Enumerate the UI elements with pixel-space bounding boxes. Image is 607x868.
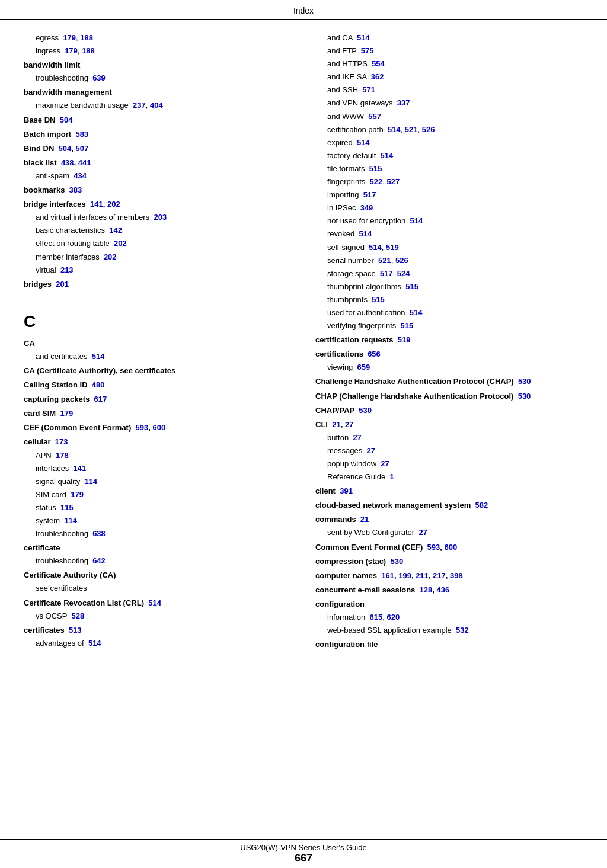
page-num[interactable]: 480	[92, 380, 105, 389]
page-num[interactable]: 434	[74, 171, 87, 180]
page-num[interactable]: 517	[380, 269, 393, 278]
page-num[interactable]: 141	[90, 200, 103, 209]
page-num[interactable]: 21	[360, 515, 369, 524]
page-num[interactable]: 514	[369, 243, 382, 252]
page-num[interactable]: 530	[390, 557, 403, 566]
page-num[interactable]: 659	[357, 363, 370, 371]
page-num[interactable]: 504	[60, 116, 73, 124]
page-num[interactable]: 530	[518, 392, 531, 401]
page-num[interactable]: 114	[64, 516, 77, 525]
page-num[interactable]: 524	[397, 269, 410, 278]
page-num[interactable]: 519	[398, 335, 411, 344]
page-num[interactable]: 514	[357, 33, 370, 42]
page-num[interactable]: 515	[405, 282, 418, 291]
page-num[interactable]: 201	[56, 280, 69, 289]
page-num[interactable]: 1	[390, 472, 394, 481]
page-num[interactable]: 27	[418, 528, 427, 537]
page-num[interactable]: 173	[55, 437, 68, 446]
page-num[interactable]: 237	[133, 101, 146, 110]
page-num[interactable]: 217	[433, 571, 446, 580]
page-num[interactable]: 554	[372, 59, 385, 68]
page-num[interactable]: 203	[154, 213, 167, 222]
page-num[interactable]: 383	[69, 185, 82, 194]
page-num[interactable]: 514	[388, 125, 401, 134]
page-num[interactable]: 575	[361, 46, 374, 55]
page-num[interactable]: 600	[444, 543, 457, 552]
page-num[interactable]: 188	[80, 33, 93, 42]
page-num[interactable]: 656	[368, 350, 381, 358]
page-num[interactable]: 128	[420, 585, 433, 594]
page-num[interactable]: 600	[152, 423, 165, 432]
page-num[interactable]: 179	[60, 409, 73, 418]
page-num[interactable]: 142	[109, 226, 122, 235]
page-num[interactable]: 615	[370, 613, 383, 622]
page-num[interactable]: 513	[69, 626, 82, 635]
page-num[interactable]: 514	[88, 639, 101, 648]
page-num[interactable]: 582	[475, 501, 488, 510]
page-num[interactable]: 213	[60, 265, 74, 274]
page-num[interactable]: 161	[381, 571, 394, 580]
page-num[interactable]: 404	[150, 101, 163, 110]
page-num[interactable]: 515	[401, 321, 414, 330]
page-num[interactable]: 115	[60, 503, 74, 512]
page-num[interactable]: 27	[353, 433, 361, 442]
page-num[interactable]: 441	[78, 158, 91, 167]
page-num[interactable]: 515	[372, 295, 385, 304]
page-num[interactable]: 398	[450, 571, 463, 580]
page-num[interactable]: 27	[366, 446, 375, 455]
page-num[interactable]: 514	[148, 598, 161, 607]
page-num[interactable]: 202	[107, 200, 120, 209]
page-num[interactable]: 202	[114, 239, 127, 248]
page-num[interactable]: 638	[92, 529, 106, 538]
page-num[interactable]: 436	[437, 585, 450, 594]
page-num[interactable]: 27	[345, 420, 353, 429]
page-num[interactable]: 515	[369, 164, 382, 173]
page-num[interactable]: 179	[65, 46, 78, 55]
page-num[interactable]: 438	[61, 158, 74, 167]
page-num[interactable]: 527	[386, 177, 400, 186]
page-num[interactable]: 504	[59, 144, 72, 153]
page-num[interactable]: 526	[395, 256, 408, 265]
page-num[interactable]: 521	[378, 256, 391, 265]
page-num[interactable]: 617	[94, 395, 107, 403]
page-num[interactable]: 514	[410, 216, 423, 225]
page-num[interactable]: 202	[104, 252, 117, 261]
page-num[interactable]: 526	[422, 125, 435, 134]
page-num[interactable]: 571	[362, 85, 375, 94]
page-num[interactable]: 141	[74, 464, 87, 473]
page-num[interactable]: 514	[359, 229, 372, 238]
page-num[interactable]: 179	[63, 33, 76, 42]
page-num[interactable]: 507	[75, 144, 88, 153]
page-num[interactable]: 178	[56, 451, 69, 460]
page-num[interactable]: 528	[71, 611, 84, 620]
page-num[interactable]: 391	[340, 486, 353, 495]
page-num[interactable]: 532	[456, 626, 469, 635]
page-num[interactable]: 583	[75, 130, 88, 139]
page-num[interactable]: 593	[136, 423, 149, 432]
page-num[interactable]: 519	[386, 243, 399, 252]
page-num[interactable]: 179	[71, 490, 84, 499]
page-num[interactable]: 337	[397, 98, 410, 107]
page-num[interactable]: 557	[368, 112, 381, 121]
page-num[interactable]: 114	[84, 477, 97, 486]
page-num[interactable]: 188	[82, 46, 95, 55]
page-num[interactable]: 514	[410, 308, 423, 317]
page-num[interactable]: 639	[92, 73, 106, 82]
page-num[interactable]: 530	[359, 406, 372, 415]
page-num[interactable]: 522	[370, 177, 383, 186]
page-num[interactable]: 530	[518, 377, 531, 386]
page-num[interactable]: 362	[371, 72, 384, 81]
page-num[interactable]: 211	[416, 571, 429, 580]
page-num[interactable]: 27	[381, 459, 389, 468]
page-num[interactable]: 517	[363, 190, 376, 199]
page-num[interactable]: 521	[405, 125, 418, 134]
page-num[interactable]: 593	[427, 543, 440, 552]
page-num[interactable]: 514	[381, 151, 394, 160]
page-num[interactable]: 514	[92, 352, 105, 361]
page-num[interactable]: 349	[360, 203, 373, 212]
page-num[interactable]: 199	[398, 571, 411, 580]
page-num[interactable]: 514	[357, 138, 370, 147]
page-num[interactable]: 21	[332, 420, 340, 429]
page-num[interactable]: 620	[386, 613, 400, 622]
page-num[interactable]: 642	[92, 556, 106, 565]
